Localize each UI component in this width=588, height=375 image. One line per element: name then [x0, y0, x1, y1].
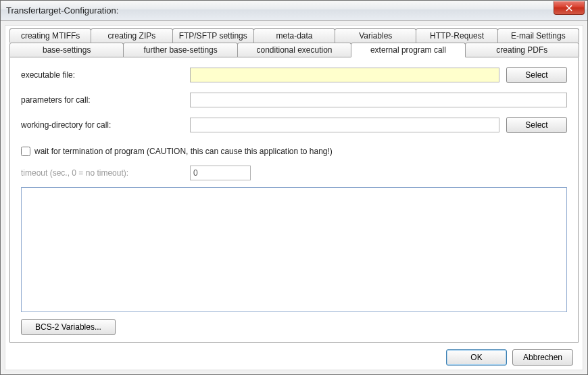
tab-base-settings[interactable]: base-settings — [9, 43, 124, 57]
title-bar: Transfertarget-Configuration: — [1, 1, 587, 21]
label-workdir: working-directory for call: — [21, 120, 190, 130]
tab-variables[interactable]: Variables — [335, 28, 416, 43]
row-workdir: working-directory for call: Select — [21, 117, 567, 133]
cancel-button[interactable]: Abbrechen — [512, 349, 573, 366]
checkbox-wait-termination[interactable] — [21, 147, 30, 156]
tabs-row-2: base-settings further base-settings cond… — [9, 43, 579, 57]
input-timeout — [190, 166, 251, 180]
row-bcs-variables: BCS-2 Variables... — [21, 319, 567, 335]
label-wait-termination: wait for termination of program (CAUTION… — [34, 147, 333, 156]
tab-meta-data[interactable]: meta-data — [253, 28, 335, 43]
tab-creating-zips[interactable]: creating ZIPs — [91, 28, 172, 43]
dialog-window: Transfertarget-Configuration: creating M… — [0, 0, 588, 375]
row-wait-termination: wait for termination of program (CAUTION… — [21, 147, 567, 156]
dialog-footer: OK Abbrechen — [9, 343, 579, 366]
input-working-directory[interactable] — [190, 118, 499, 132]
input-parameters[interactable] — [190, 93, 567, 107]
label-parameters: parameters for call: — [21, 95, 190, 105]
bcs-variables-button[interactable]: BCS-2 Variables... — [21, 319, 116, 335]
dialog-body: creating MTIFFs creating ZIPs FTP/SFTP s… — [5, 25, 583, 370]
output-textarea[interactable] — [21, 187, 567, 312]
close-icon — [566, 5, 572, 11]
row-parameters: parameters for call: — [21, 93, 567, 107]
tab-content-external-program-call: executable file: Select parameters for c… — [9, 57, 579, 343]
tab-email-settings[interactable]: E-mail Settings — [497, 28, 579, 43]
tab-conditional-execution[interactable]: conditional execution — [237, 43, 351, 57]
select-executable-button[interactable]: Select — [506, 67, 567, 83]
window-title: Transfertarget-Configuration: — [6, 5, 118, 16]
label-executable: executable file: — [21, 70, 190, 80]
row-executable: executable file: Select — [21, 67, 567, 83]
tab-creating-mtiffs[interactable]: creating MTIFFs — [9, 28, 91, 43]
tabs-row-1: creating MTIFFs creating ZIPs FTP/SFTP s… — [9, 28, 579, 43]
close-button[interactable] — [554, 1, 585, 15]
tab-further-base-settings[interactable]: further base-settings — [123, 43, 237, 57]
tab-http-request[interactable]: HTTP-Request — [416, 28, 497, 43]
label-timeout: timeout (sec., 0 = no timeout): — [21, 168, 190, 178]
input-executable-file[interactable] — [190, 68, 499, 82]
tab-ftp-sftp-settings[interactable]: FTP/SFTP settings — [172, 28, 254, 43]
ok-button[interactable]: OK — [446, 349, 507, 366]
tab-creating-pdfs[interactable]: creating PDFs — [465, 43, 579, 57]
select-workdir-button[interactable]: Select — [506, 117, 567, 133]
row-timeout: timeout (sec., 0 = no timeout): — [21, 166, 567, 180]
tab-external-program-call[interactable]: external program call — [351, 43, 465, 57]
